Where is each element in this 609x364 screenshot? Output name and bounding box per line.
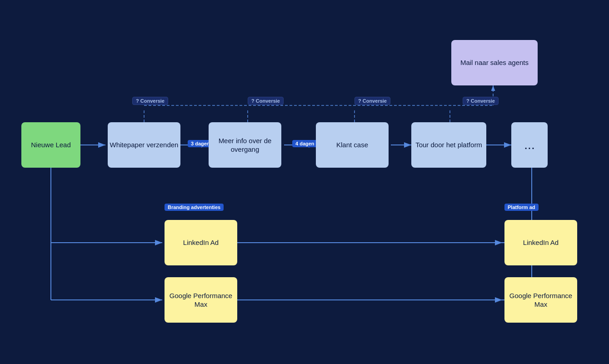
linkedin-ad-right-label: LinkedIn Ad	[523, 238, 559, 247]
mail-agents-label: Mail naar sales agents	[460, 58, 529, 67]
conv-badge-2: ? Conversie	[248, 97, 284, 105]
google-pm-right-node[interactable]: Google Performance Max	[504, 277, 577, 323]
conv-badge-3: ? Conversie	[354, 97, 390, 105]
ellipsis-node[interactable]: ...	[511, 122, 548, 168]
platform-ad-badge: Platform ad	[504, 204, 539, 211]
nieuwe-lead-label: Nieuwe Lead	[31, 140, 71, 150]
whitepaper-label: Whitepaper verzenden	[110, 140, 179, 150]
linkedin-ad-right-node[interactable]: LinkedIn Ad	[504, 220, 577, 265]
google-pm-left-label: Google Performance Max	[165, 291, 237, 309]
google-pm-right-label: Google Performance Max	[504, 291, 577, 309]
conv-badge-1: ? Conversie	[132, 97, 168, 105]
whitepaper-node[interactable]: Whitepaper verzenden	[108, 122, 180, 168]
google-pm-left-node[interactable]: Google Performance Max	[165, 277, 237, 323]
tour-node[interactable]: Tour door het platform	[411, 122, 486, 168]
mail-agents-node[interactable]: Mail naar sales agents	[451, 40, 538, 85]
flow-canvas: Nieuwe Lead Whitepaper verzenden 3 dagen…	[0, 0, 609, 364]
linkedin-ad-left-node[interactable]: LinkedIn Ad	[165, 220, 237, 265]
nieuwe-lead-node[interactable]: Nieuwe Lead	[21, 122, 80, 168]
delay-badge-2: 4 dagen	[292, 140, 318, 147]
klant-case-node[interactable]: Klant case	[316, 122, 389, 168]
branding-badge: Branding advertenties	[165, 204, 224, 211]
tour-label: Tour door het platform	[415, 140, 482, 150]
ellipsis-label: ...	[524, 137, 534, 153]
conv-badge-4: ? Conversie	[463, 97, 499, 105]
meer-info-node[interactable]: Meer info over de overgang	[209, 122, 281, 168]
linkedin-ad-left-label: LinkedIn Ad	[183, 238, 219, 247]
klant-case-label: Klant case	[336, 140, 368, 150]
meer-info-label: Meer info over de overgang	[209, 136, 281, 154]
